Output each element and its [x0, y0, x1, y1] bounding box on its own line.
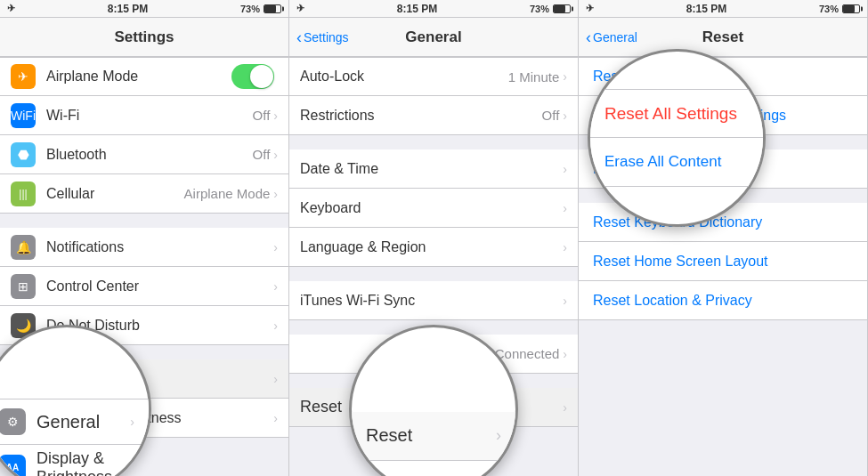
- status-left-3: ✈: [586, 3, 594, 14]
- cellular-chevron: ›: [273, 187, 278, 201]
- circle1-general-label: General: [37, 412, 130, 432]
- bluetooth-value: Off: [253, 147, 271, 162]
- battery-percent-3: 73%: [819, 4, 839, 14]
- airplane-icon: ✈: [11, 64, 36, 89]
- status-bar-3: ✈ 8:15 PM 73%: [579, 0, 867, 18]
- cellular-icon: |||: [11, 182, 36, 206]
- notifications-label: Notifications: [46, 239, 273, 255]
- itunes-sync-label: iTunes Wi-Fi Sync: [300, 293, 563, 309]
- battery-icon-3: [842, 4, 860, 13]
- circle2-reset-chevron: ›: [496, 426, 501, 445]
- status-right-3: 73%: [819, 4, 860, 14]
- battery-icon-1: [264, 4, 281, 13]
- panel-settings: ✈ 8:15 PM 73% Settings ✈ Airplane Mode: [0, 0, 289, 476]
- cell-keyboard[interactable]: Keyboard ›: [289, 189, 578, 228]
- not-connected-chevron: ›: [563, 347, 567, 361]
- language-chevron: ›: [563, 240, 567, 254]
- cell-control-center[interactable]: ⊞ Control Center ›: [0, 267, 288, 306]
- cell-bluetooth[interactable]: ⬣ Bluetooth Off ›: [0, 135, 288, 174]
- circle3-row-reset-all[interactable]: Reset All Settings: [590, 89, 763, 138]
- status-time-1: 8:15 PM: [108, 3, 148, 15]
- restrictions-value: Off: [542, 108, 560, 123]
- cellular-value: Airplane Mode: [184, 186, 271, 201]
- nav-bar-2: ‹ Settings General: [289, 18, 578, 57]
- notifications-icon: 🔔: [11, 235, 36, 260]
- reset-keyboard-label: Reset Keyboard Dictionary: [593, 214, 853, 230]
- circle2-row-reset[interactable]: Reset ›: [352, 412, 515, 461]
- nav-title-reset: Reset: [702, 28, 743, 46]
- circle1-content: ⚙ General › AA Display & Brightness ›: [0, 327, 149, 476]
- restrictions-label: Restrictions: [300, 108, 542, 124]
- back-chevron-2: ‹: [296, 29, 302, 45]
- nav-title-general: General: [405, 28, 461, 46]
- cell-date-time[interactable]: Date & Time ›: [289, 149, 578, 189]
- bluetooth-icon: ⬣: [11, 142, 36, 167]
- circle2-content: Reset ›: [352, 327, 515, 476]
- status-right-2: 73%: [530, 4, 571, 14]
- circle3-reset-all-label: Reset All Settings: [604, 104, 749, 124]
- control-center-icon: ⊞: [11, 274, 36, 299]
- group-general-2: Date & Time › Keyboard › Language & Regi…: [289, 142, 578, 267]
- cell-restrictions[interactable]: Restrictions Off ›: [289, 96, 578, 135]
- circle3-erase-all-label: Erase All Content: [604, 153, 749, 171]
- wifi-value: Off: [253, 108, 271, 123]
- circle3-row-erase-all[interactable]: Erase All Content: [590, 138, 763, 187]
- itunes-sync-chevron: ›: [563, 294, 567, 308]
- nav-bar-1: Settings: [0, 18, 288, 57]
- battery-percent-2: 73%: [530, 4, 549, 14]
- bluetooth-chevron: ›: [273, 148, 278, 162]
- control-center-label: Control Center: [46, 278, 273, 294]
- reset-home-screen-label: Reset Home Screen Layout: [593, 254, 853, 270]
- group-general-1: Auto-Lock 1 Minute › Restrictions Off ›: [289, 57, 578, 135]
- cell-auto-lock[interactable]: Auto-Lock 1 Minute ›: [289, 57, 578, 96]
- cell-reset-location[interactable]: Reset Location & Privacy: [579, 281, 867, 320]
- wifi-chevron: ›: [273, 109, 278, 123]
- circle1-row-general[interactable]: ⚙ General ›: [0, 399, 149, 445]
- status-time-3: 8:15 PM: [686, 3, 726, 15]
- language-label: Language & Region: [300, 239, 563, 255]
- airplane-status-icon-3: ✈: [586, 3, 594, 14]
- back-label-2: Settings: [304, 30, 349, 44]
- wifi-icon: WiFi: [11, 103, 36, 128]
- cell-cellular[interactable]: ||| Cellular Airplane Mode ›: [0, 174, 288, 214]
- reset-location-label: Reset Location & Privacy: [593, 293, 853, 309]
- circle-panel3-overlay: Reset All Settings Erase All Content: [588, 49, 766, 227]
- circle1-display-label: Display & Brightness: [37, 449, 130, 477]
- back-label-3: General: [593, 30, 637, 44]
- circle2-reset-label: Reset: [366, 425, 496, 446]
- nav-title-settings: Settings: [114, 28, 174, 46]
- status-bar-2: ✈ 8:15 PM 73%: [289, 0, 578, 18]
- restrictions-chevron: ›: [563, 109, 567, 123]
- auto-lock-chevron: ›: [563, 69, 567, 84]
- group-system: 🔔 Notifications › ⊞ Control Center › 🌙 D…: [0, 221, 288, 345]
- nav-bar-3: ‹ General Reset: [579, 18, 867, 57]
- airplane-status-icon: ✈: [7, 3, 15, 14]
- status-left-2: ✈: [296, 3, 304, 14]
- keyboard-label: Keyboard: [300, 200, 563, 216]
- cell-airplane-mode[interactable]: ✈ Airplane Mode: [0, 57, 288, 96]
- group-reset-3: Reset Keyboard Dictionary Reset Home Scr…: [579, 196, 867, 320]
- airplane-toggle[interactable]: [231, 64, 274, 89]
- cell-reset-home-screen[interactable]: Reset Home Screen Layout: [579, 242, 867, 281]
- group-connectivity: ✈ Airplane Mode WiFi Wi-Fi Off › ⬣ Blu: [0, 57, 288, 214]
- cell-language[interactable]: Language & Region ›: [289, 228, 578, 267]
- keyboard-chevron: ›: [563, 201, 567, 215]
- status-time-2: 8:15 PM: [397, 3, 437, 15]
- control-center-chevron: ›: [273, 279, 278, 294]
- auto-lock-label: Auto-Lock: [300, 69, 508, 85]
- status-left-1: ✈: [7, 3, 15, 14]
- cell-notifications[interactable]: 🔔 Notifications ›: [0, 228, 288, 267]
- circle1-general-chevron: ›: [130, 415, 134, 429]
- cell-wifi[interactable]: WiFi Wi-Fi Off ›: [0, 96, 288, 135]
- battery-icon-2: [553, 4, 571, 13]
- auto-lock-value: 1 Minute: [508, 69, 560, 85]
- nav-back-to-general[interactable]: ‹ General: [586, 29, 637, 45]
- nav-back-to-settings[interactable]: ‹ Settings: [296, 29, 349, 45]
- circle3-content: Reset All Settings Erase All Content: [590, 52, 763, 224]
- circle1-general-icon: ⚙: [0, 408, 26, 435]
- status-bar-1: ✈ 8:15 PM 73%: [0, 0, 288, 18]
- back-chevron-3: ‹: [586, 29, 591, 45]
- do-not-disturb-chevron: ›: [273, 319, 278, 333]
- cell-itunes-sync[interactable]: iTunes Wi-Fi Sync ›: [289, 281, 578, 320]
- notifications-chevron: ›: [273, 240, 278, 254]
